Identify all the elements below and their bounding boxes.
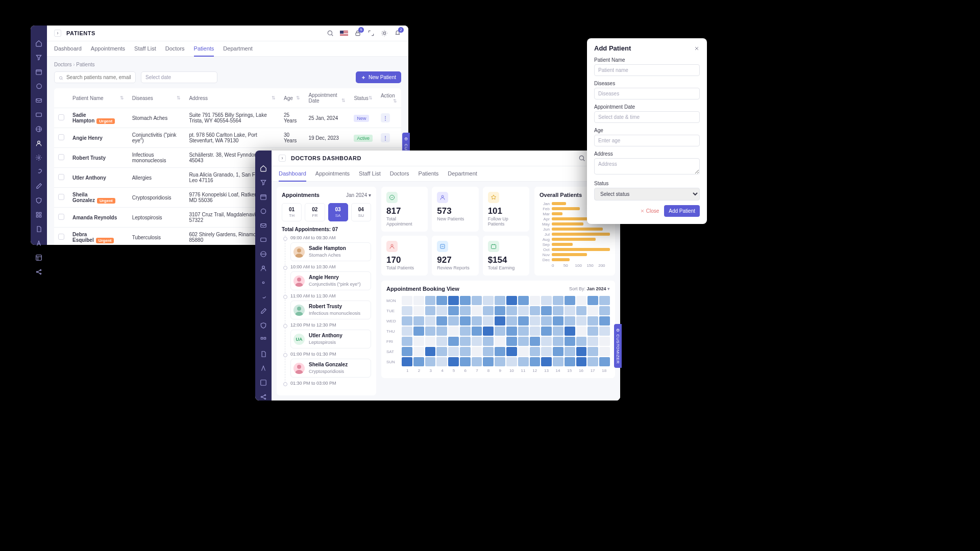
heatmap-cell[interactable] [402,327,412,336]
appointment-card[interactable]: Robert TrustyInfectious mononucleosis [290,300,371,319]
heatmap-cell[interactable] [472,337,482,346]
heatmap-cell[interactable] [460,296,471,305]
status-select[interactable]: Select status [594,188,700,201]
tab-department[interactable]: Department [448,166,477,181]
column-header[interactable]: Diseases⇅ [128,88,185,108]
heatmap-cell[interactable] [541,327,552,336]
row-checkbox[interactable] [58,194,64,200]
heatmap-cell[interactable] [448,347,459,356]
tab-patients[interactable]: Patients [419,166,439,181]
tab-department[interactable]: Department [223,41,252,56]
heatmap-cell[interactable] [425,357,436,366]
heatmap-cell[interactable] [472,306,482,315]
chat-icon[interactable] [35,83,42,90]
heatmap-cell[interactable] [495,296,505,305]
tab-staff-list[interactable]: Staff List [134,41,156,56]
heatmap-cell[interactable] [495,316,505,325]
heatmap-cell[interactable] [436,327,447,336]
heatmap-cell[interactable] [425,337,436,346]
heatmap-cell[interactable] [541,357,552,366]
month-selector[interactable]: Jan 2024 ▾ [346,192,371,198]
tab-appointments[interactable]: Appointments [91,41,125,56]
heatmap-cell[interactable] [425,296,436,305]
notification-icon[interactable]: 2 [394,30,401,37]
font-icon[interactable] [35,240,42,247]
search-icon[interactable] [327,30,334,37]
tab-dashboard[interactable]: Dashboard [279,166,306,182]
heatmap-cell[interactable] [576,306,587,315]
row-checkbox[interactable] [58,214,64,220]
heatmap-cell[interactable] [448,296,459,305]
filter-icon[interactable] [260,179,267,186]
heatmap-cell[interactable] [587,357,598,366]
heatmap-cell[interactable] [587,306,598,315]
heatmap-cell[interactable] [541,347,552,356]
collapse-sidebar-button[interactable] [54,30,61,37]
appointment-card[interactable]: Angie HenryConjunctivitis ("pink eye") [290,271,371,290]
heatmap-cell[interactable] [448,337,459,346]
heatmap-cell[interactable] [565,306,575,315]
shield-icon[interactable] [260,322,267,329]
column-header[interactable]: Address⇅ [185,88,280,108]
tab-dashboard[interactable]: Dashboard [54,41,82,56]
heatmap-cell[interactable] [495,357,505,366]
heatmap-cell[interactable] [460,357,471,366]
heatmap-cell[interactable] [565,357,575,366]
row-checkbox[interactable] [58,114,64,120]
home-icon[interactable] [260,165,267,172]
heatmap-cell[interactable] [530,337,541,346]
heatmap-cell[interactable] [518,327,529,336]
heatmap-cell[interactable] [506,316,517,325]
heatmap-cell[interactable] [413,327,424,336]
search-icon[interactable] [578,155,585,162]
share-icon[interactable] [35,268,42,276]
calendar-icon[interactable] [260,193,267,201]
heatmap-cell[interactable] [530,296,541,305]
heatmap-cell[interactable] [541,306,552,315]
heatmap-cell[interactable] [541,337,552,346]
column-header[interactable]: Age⇅ [280,88,304,108]
heatmap-cell[interactable] [483,357,494,366]
heatmap-cell[interactable] [530,316,541,325]
heatmap-cell[interactable] [460,337,471,346]
pen-icon[interactable] [260,308,267,315]
close-icon[interactable] [694,45,700,52]
date-pick[interactable]: 03SA [328,203,348,221]
heatmap-cell[interactable] [460,306,471,315]
heatmap-cell[interactable] [413,357,424,366]
heatmap-cell[interactable] [483,337,494,346]
heatmap-cell[interactable] [402,296,412,305]
heatmap-cell[interactable] [576,337,587,346]
heatmap-cell[interactable] [565,337,575,346]
heatmap-cell[interactable] [565,347,575,356]
shield-icon[interactable] [35,197,42,204]
row-action-button[interactable]: ⋮ [381,133,390,142]
heatmap-cell[interactable] [436,306,447,315]
calendar-icon[interactable] [35,68,42,76]
heatmap-cell[interactable] [565,296,575,305]
date-pick[interactable]: 04SU [351,203,371,221]
row-checkbox[interactable] [58,154,64,160]
font-icon[interactable] [260,365,267,372]
heatmap-cell[interactable] [599,337,610,346]
heatmap-cell[interactable] [565,327,575,336]
home-icon[interactable] [35,40,42,47]
heatmap-cell[interactable] [576,357,587,366]
heatmap-cell[interactable] [530,327,541,336]
heatmap-cell[interactable] [448,316,459,325]
mail-icon[interactable] [35,97,42,104]
expand-icon[interactable] [368,30,375,37]
heatmap-cell[interactable] [530,357,541,366]
date-pick[interactable]: 02FR [305,203,325,221]
heatmap-cell[interactable] [506,296,517,305]
column-header[interactable]: Status⇅ [350,88,377,108]
mail-icon[interactable] [260,222,267,229]
heatmap-cell[interactable] [436,337,447,346]
heatmap-cell[interactable] [472,316,482,325]
heatmap-cell[interactable] [436,357,447,366]
heatmap-cell[interactable] [518,316,529,325]
heatmap-cell[interactable] [495,347,505,356]
heatmap-cell[interactable] [530,306,541,315]
heatmap-cell[interactable] [587,316,598,325]
heatmap-cell[interactable] [553,327,564,336]
